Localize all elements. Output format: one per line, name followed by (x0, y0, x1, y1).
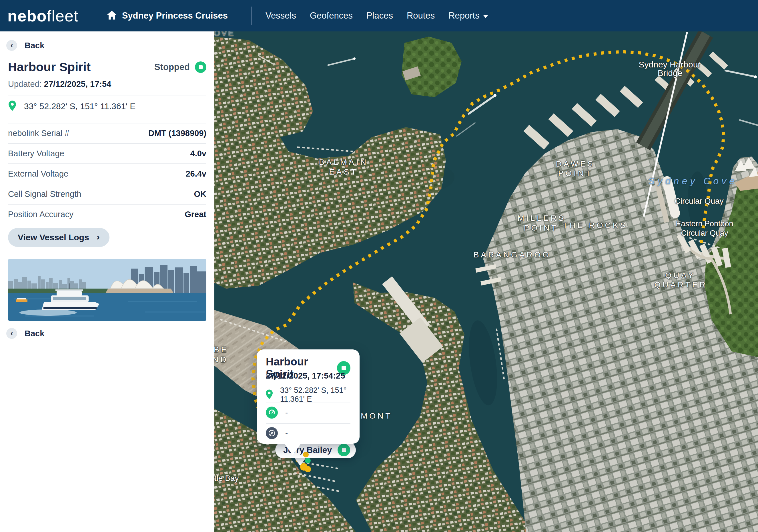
back-label: Back (24, 41, 44, 50)
track-point-marker[interactable] (305, 466, 311, 472)
map-label-balmain-east: BALMAIN (319, 158, 368, 167)
track-point-marker[interactable] (303, 452, 309, 457)
divider (266, 423, 350, 424)
navbar-menu: Vessels Geofences Places Routes Reports (265, 11, 488, 21)
org-switcher[interactable]: Sydney Princess Cruises (106, 10, 228, 22)
popup-coordinates: 33° 52.282' S, 151° 11.361' E (280, 386, 350, 404)
map-label-glebe-island: ND (213, 355, 228, 364)
coordinates-text: 33° 52.282' S, 151° 11.361' E (24, 101, 135, 111)
map-label-circular-quay: Circular Quay (674, 197, 723, 206)
status-badge: Stopped (155, 61, 206, 73)
detail-value: OK (194, 189, 207, 199)
map-label-sydney-cove: Sydney Cove (648, 176, 738, 186)
vessel-header: Harbour Spirit Stopped (8, 60, 206, 74)
map-label-dawes-point: DAWES (556, 159, 595, 169)
chevron-down-icon (483, 15, 488, 18)
detail-value: 4.0v (190, 149, 206, 158)
table-row: Battery Voltage 4.0v (8, 144, 206, 164)
map-label-eastern-pontoon: Circular Quay (681, 229, 728, 238)
detail-value: 26.4v (186, 169, 206, 179)
chevron-left-icon: ‹ (6, 40, 17, 51)
back-button-bottom[interactable]: ‹ Back (6, 328, 44, 339)
logo-light: fleet (47, 7, 79, 25)
detail-table: nebolink Serial # DMT (1398909) Battery … (8, 123, 206, 224)
chevron-left-icon: ‹ (6, 328, 17, 339)
navbar-divider (251, 7, 252, 25)
location-pin-icon (266, 389, 273, 400)
map-label-millers-point: POINT (524, 223, 559, 233)
compass-icon (266, 427, 278, 439)
divider (266, 403, 350, 403)
detail-label: Position Accuracy (8, 210, 74, 219)
map-label-wattle-bay: ttle Bay (212, 474, 239, 483)
last-updated: Updated: 27/12/2025, 17:54 (8, 80, 111, 89)
stopped-icon (195, 61, 206, 73)
map-label-harbour-bridge: Bridge (658, 68, 682, 78)
map-label-quay-quarter: QUARTER (654, 280, 707, 289)
logo-bold: nebo (8, 7, 47, 25)
popup-heading-value: - (285, 429, 288, 438)
table-row: External Voltage 26.4v (8, 164, 206, 184)
map-label-quay-quarter: QUAY (665, 271, 695, 280)
vessel-position-marker[interactable] (305, 458, 311, 463)
detail-label: Battery Voltage (8, 149, 64, 158)
detail-value: DMT (1398909) (148, 129, 206, 138)
map-label-millers-point: MILLERS (518, 214, 566, 223)
stopped-icon (337, 444, 350, 456)
map-label-dawes-point: POINT (558, 169, 593, 178)
org-name: Sydney Princess Cruises (122, 11, 228, 21)
chevron-right-icon: › (97, 237, 100, 238)
detail-label: External Voltage (8, 169, 68, 179)
location-pin-icon (9, 101, 16, 112)
nav-item-reports[interactable]: Reports (448, 11, 488, 21)
vessel-detail-panel: ‹ Back Harbour Spirit Stopped Updated: 2… (0, 31, 214, 532)
vessel-photo (8, 259, 206, 321)
detail-label: Cell Signal Strength (8, 189, 81, 199)
speed-gauge-icon (266, 407, 278, 418)
popup-tail (284, 443, 301, 455)
view-vessel-logs-button[interactable]: View Vessel Logs› (8, 228, 110, 247)
navbar: nebofleet Sydney Princess Cruises Vessel… (0, 0, 758, 31)
popup-speed-value: - (285, 408, 288, 417)
map-label-balmain-east: EAST (329, 167, 358, 177)
divider (8, 95, 206, 95)
status-text: Stopped (155, 62, 190, 72)
nav-item-vessels[interactable]: Vessels (265, 11, 296, 21)
back-label: Back (24, 329, 44, 338)
map-label-the-rocks: THE ROCKS (563, 221, 627, 230)
map-label-pyrmont: MONT (361, 412, 392, 420)
map-label-glebe-island: BE (214, 345, 228, 354)
back-button[interactable]: ‹ Back (6, 40, 44, 51)
map-label-harbour-bridge: Sydney Harbour (639, 60, 701, 69)
vessel-popup: Harbour Spirit 27/12/2025, 17:54:25 33° … (257, 349, 360, 444)
popup-timestamp: 27/12/2025, 17:54:25 (266, 371, 345, 381)
coordinates-row: 33° 52.282' S, 151° 11.361' E (9, 101, 135, 112)
home-icon (106, 10, 118, 22)
map-label-eastern-pontoon: Eastern Pontoon (676, 219, 733, 228)
nav-item-places[interactable]: Places (366, 11, 393, 21)
nav-item-routes[interactable]: Routes (407, 11, 435, 21)
map-label-barangaroo: BARANGAROO (474, 250, 551, 259)
nav-item-geofences[interactable]: Geofences (310, 11, 353, 21)
vessel-name: Harbour Spirit (8, 60, 90, 74)
table-row: nebolink Serial # DMT (1398909) (8, 123, 206, 144)
table-row: Cell Signal Strength OK (8, 184, 206, 205)
table-row: Position Accuracy Great (8, 205, 206, 224)
detail-value: Great (185, 210, 206, 219)
app-logo[interactable]: nebofleet (8, 7, 79, 25)
detail-label: nebolink Serial # (8, 129, 69, 138)
